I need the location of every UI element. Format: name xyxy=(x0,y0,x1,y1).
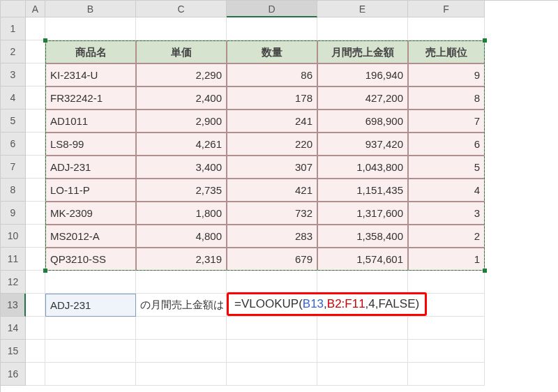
row-header-10[interactable]: 10 xyxy=(1,225,26,248)
col-header-D[interactable]: D xyxy=(227,1,317,17)
cell-A6[interactable] xyxy=(26,133,45,156)
table-row[interactable]: 2,319 xyxy=(136,248,227,271)
cell-A3[interactable] xyxy=(26,63,45,86)
cell-E15[interactable] xyxy=(317,340,408,363)
table-row[interactable]: 1,151,435 xyxy=(317,179,408,202)
table-row[interactable]: 1,358,400 xyxy=(317,225,408,248)
table-row[interactable]: FR32242-1 xyxy=(45,86,136,110)
row-header-8[interactable]: 8 xyxy=(1,179,26,202)
cell-E14[interactable] xyxy=(317,317,408,340)
table-row[interactable]: AD1011 xyxy=(45,110,136,133)
cell-B1[interactable] xyxy=(45,17,136,40)
cell-A13[interactable] xyxy=(26,294,45,317)
cell-A7[interactable] xyxy=(26,156,45,179)
row-header-9[interactable]: 9 xyxy=(1,202,26,225)
table-row[interactable]: 427,200 xyxy=(317,86,408,110)
table-row[interactable]: KI-2314-U xyxy=(45,63,136,86)
cell-C15[interactable] xyxy=(136,340,227,363)
table-row[interactable]: 7 xyxy=(408,110,485,133)
table-row[interactable]: 2,900 xyxy=(136,110,227,133)
cell-A9[interactable] xyxy=(26,202,45,225)
row-header-7[interactable]: 7 xyxy=(1,156,26,179)
cell-B15[interactable] xyxy=(45,340,136,363)
cell-A1[interactable] xyxy=(26,17,45,40)
table-row[interactable]: 8 xyxy=(408,86,485,110)
table-row[interactable]: 1,800 xyxy=(136,202,227,225)
table-row[interactable]: LO-11-P xyxy=(45,179,136,202)
range-handle[interactable] xyxy=(483,269,487,273)
cell-C16[interactable] xyxy=(136,363,227,386)
range-handle[interactable] xyxy=(43,38,47,43)
cell-D1[interactable] xyxy=(227,17,317,40)
row-header-6[interactable]: 6 xyxy=(1,133,26,156)
cell-A12[interactable] xyxy=(26,271,45,294)
table-row[interactable]: 5 xyxy=(408,156,485,179)
row-header-2[interactable]: 2 xyxy=(1,40,26,63)
cell-B12[interactable] xyxy=(45,271,136,294)
table-row[interactable]: 937,420 xyxy=(317,133,408,156)
row-header-16[interactable]: 16 xyxy=(1,363,26,386)
col-header-B[interactable]: B xyxy=(45,1,136,17)
table-row[interactable]: 4,261 xyxy=(136,133,227,156)
cell-F16[interactable] xyxy=(408,363,485,386)
table-row[interactable]: 1,574,601 xyxy=(317,248,408,271)
table-header-sales[interactable]: 月間売上金額 xyxy=(317,40,408,63)
table-row[interactable]: 9 xyxy=(408,63,485,86)
lookup-label-cell[interactable]: の月間売上金額は xyxy=(136,294,227,317)
cell-D12[interactable] xyxy=(227,271,317,294)
table-header-price[interactable]: 単価 xyxy=(136,40,227,63)
cell-A8[interactable] xyxy=(26,179,45,202)
col-header-A[interactable]: A xyxy=(26,1,45,17)
row-header-3[interactable]: 3 xyxy=(1,63,26,86)
col-header-F[interactable]: F xyxy=(408,1,485,17)
row-header-14[interactable]: 14 xyxy=(1,317,26,340)
table-row[interactable]: QP3210-SS xyxy=(45,248,136,271)
cell-E1[interactable] xyxy=(317,17,408,40)
table-row[interactable]: 4 xyxy=(408,179,485,202)
row-header-12[interactable]: 12 xyxy=(1,271,26,294)
table-row[interactable]: 2,400 xyxy=(136,86,227,110)
cell-B16[interactable] xyxy=(45,363,136,386)
formula-edit-box[interactable]: =VLOOKUP(B13,B2:F11,4,FALSE) xyxy=(227,292,427,316)
col-header-E[interactable]: E xyxy=(317,1,408,17)
row-header-11[interactable]: 11 xyxy=(1,248,26,271)
table-row[interactable]: ADJ-231 xyxy=(45,156,136,179)
cell-C1[interactable] xyxy=(136,17,227,40)
row-header-15[interactable]: 15 xyxy=(1,340,26,363)
table-row[interactable]: 2,735 xyxy=(136,179,227,202)
cell-E16[interactable] xyxy=(317,363,408,386)
cell-F12[interactable] xyxy=(408,271,485,294)
table-row[interactable]: 732 xyxy=(227,202,317,225)
row-header-1[interactable]: 1 xyxy=(1,17,26,40)
cell-A15[interactable] xyxy=(26,340,45,363)
cell-D14[interactable] xyxy=(227,317,317,340)
table-row[interactable]: 1,317,600 xyxy=(317,202,408,225)
table-row[interactable]: 421 xyxy=(227,179,317,202)
table-row[interactable]: 220 xyxy=(227,133,317,156)
table-row[interactable]: LS8-99 xyxy=(45,133,136,156)
cell-B14[interactable] xyxy=(45,317,136,340)
table-row[interactable]: 1 xyxy=(408,248,485,271)
cell-A10[interactable] xyxy=(26,225,45,248)
cell-A5[interactable] xyxy=(26,110,45,133)
cell-C14[interactable] xyxy=(136,317,227,340)
range-handle[interactable] xyxy=(483,38,487,43)
table-row[interactable]: MK-2309 xyxy=(45,202,136,225)
table-row[interactable]: 86 xyxy=(227,63,317,86)
table-row[interactable]: 196,940 xyxy=(317,63,408,86)
table-row[interactable]: 1,043,800 xyxy=(317,156,408,179)
table-row[interactable]: 679 xyxy=(227,248,317,271)
table-row[interactable]: 6 xyxy=(408,133,485,156)
table-row[interactable]: 241 xyxy=(227,110,317,133)
table-row[interactable]: 4,800 xyxy=(136,225,227,248)
cell-D15[interactable] xyxy=(227,340,317,363)
cell-D16[interactable] xyxy=(227,363,317,386)
row-header-5[interactable]: 5 xyxy=(1,110,26,133)
range-handle[interactable] xyxy=(43,269,47,273)
table-row[interactable]: 2,290 xyxy=(136,63,227,86)
table-row[interactable]: 2 xyxy=(408,225,485,248)
cell-A14[interactable] xyxy=(26,317,45,340)
table-row[interactable]: 283 xyxy=(227,225,317,248)
cell-E12[interactable] xyxy=(317,271,408,294)
table-row[interactable]: MS2012-A xyxy=(45,225,136,248)
